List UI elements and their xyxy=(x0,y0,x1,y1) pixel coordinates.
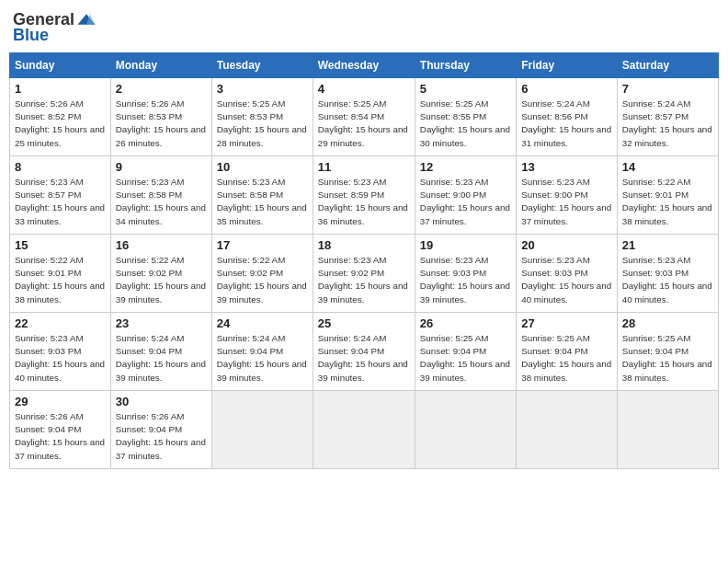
day-info: Sunrise: 5:26 AMSunset: 8:52 PMDaylight:… xyxy=(15,98,106,150)
day-info: Sunrise: 5:26 AMSunset: 8:53 PMDaylight:… xyxy=(116,98,207,150)
day-info: Sunrise: 5:23 AMSunset: 9:00 PMDaylight:… xyxy=(521,176,612,228)
day-cell: 13Sunrise: 5:23 AMSunset: 9:00 PMDayligh… xyxy=(517,156,618,235)
day-cell: 29Sunrise: 5:26 AMSunset: 9:04 PMDayligh… xyxy=(10,391,111,469)
day-number: 23 xyxy=(116,316,207,330)
day-info: Sunrise: 5:23 AMSunset: 9:03 PMDaylight:… xyxy=(521,254,612,306)
day-cell: 26Sunrise: 5:25 AMSunset: 9:04 PMDayligh… xyxy=(415,313,516,391)
day-info: Sunrise: 5:25 AMSunset: 9:04 PMDaylight:… xyxy=(420,332,511,385)
week-row-2: 8Sunrise: 5:23 AMSunset: 8:57 PMDaylight… xyxy=(10,156,719,235)
day-cell: 25Sunrise: 5:24 AMSunset: 9:04 PMDayligh… xyxy=(313,313,415,391)
day-cell: 30Sunrise: 5:26 AMSunset: 9:04 PMDayligh… xyxy=(110,391,211,469)
day-cell: 18Sunrise: 5:23 AMSunset: 9:02 PMDayligh… xyxy=(313,235,415,313)
day-number: 9 xyxy=(116,160,207,174)
day-info: Sunrise: 5:22 AMSunset: 9:02 PMDaylight:… xyxy=(116,254,207,306)
day-cell: 16Sunrise: 5:22 AMSunset: 9:02 PMDayligh… xyxy=(110,235,211,313)
day-number: 15 xyxy=(15,238,106,252)
day-number: 22 xyxy=(15,316,106,330)
day-cell: 6Sunrise: 5:24 AMSunset: 8:56 PMDaylight… xyxy=(517,78,618,156)
week-row-4: 22Sunrise: 5:23 AMSunset: 9:03 PMDayligh… xyxy=(10,313,719,391)
day-info: Sunrise: 5:23 AMSunset: 9:03 PMDaylight:… xyxy=(15,332,106,385)
day-cell: 22Sunrise: 5:23 AMSunset: 9:03 PMDayligh… xyxy=(10,313,111,391)
day-cell: 2Sunrise: 5:26 AMSunset: 8:53 PMDaylight… xyxy=(110,78,211,156)
day-number: 11 xyxy=(318,160,410,174)
day-number: 4 xyxy=(318,82,410,96)
day-cell xyxy=(313,391,415,469)
day-number: 7 xyxy=(622,82,713,96)
day-number: 24 xyxy=(217,316,308,330)
day-number: 21 xyxy=(622,238,713,252)
day-info: Sunrise: 5:25 AMSunset: 8:53 PMDaylight:… xyxy=(217,98,308,150)
col-header-wednesday: Wednesday xyxy=(313,53,415,78)
logo: General Blue xyxy=(13,9,97,45)
day-info: Sunrise: 5:24 AMSunset: 9:04 PMDaylight:… xyxy=(318,332,410,385)
day-cell: 4Sunrise: 5:25 AMSunset: 8:54 PMDaylight… xyxy=(313,78,415,156)
col-header-tuesday: Tuesday xyxy=(211,53,313,78)
day-cell: 10Sunrise: 5:23 AMSunset: 8:58 PMDayligh… xyxy=(211,156,313,235)
day-cell: 28Sunrise: 5:25 AMSunset: 9:04 PMDayligh… xyxy=(617,313,718,391)
day-cell: 24Sunrise: 5:24 AMSunset: 9:04 PMDayligh… xyxy=(211,313,313,391)
day-cell xyxy=(517,391,618,469)
day-number: 2 xyxy=(116,82,207,96)
logo-icon xyxy=(76,9,97,29)
day-info: Sunrise: 5:24 AMSunset: 9:04 PMDaylight:… xyxy=(116,332,207,385)
day-info: Sunrise: 5:22 AMSunset: 9:01 PMDaylight:… xyxy=(15,254,106,306)
calendar-table: SundayMondayTuesdayWednesdayThursdayFrid… xyxy=(9,52,719,469)
day-number: 13 xyxy=(521,160,612,174)
day-info: Sunrise: 5:24 AMSunset: 8:56 PMDaylight:… xyxy=(521,98,612,150)
day-info: Sunrise: 5:23 AMSunset: 9:03 PMDaylight:… xyxy=(420,254,511,306)
day-info: Sunrise: 5:25 AMSunset: 9:04 PMDaylight:… xyxy=(622,332,713,385)
day-cell: 27Sunrise: 5:25 AMSunset: 9:04 PMDayligh… xyxy=(517,313,618,391)
day-cell: 21Sunrise: 5:23 AMSunset: 9:03 PMDayligh… xyxy=(617,235,718,313)
day-number: 12 xyxy=(420,160,511,174)
week-row-3: 15Sunrise: 5:22 AMSunset: 9:01 PMDayligh… xyxy=(10,235,719,313)
day-cell xyxy=(211,391,313,469)
day-info: Sunrise: 5:26 AMSunset: 9:04 PMDaylight:… xyxy=(116,410,207,463)
day-number: 14 xyxy=(622,160,713,174)
day-info: Sunrise: 5:23 AMSunset: 9:02 PMDaylight:… xyxy=(318,254,410,306)
day-info: Sunrise: 5:25 AMSunset: 8:54 PMDaylight:… xyxy=(318,98,410,150)
day-info: Sunrise: 5:22 AMSunset: 9:01 PMDaylight:… xyxy=(622,176,713,228)
day-cell xyxy=(415,391,516,469)
day-info: Sunrise: 5:24 AMSunset: 8:57 PMDaylight:… xyxy=(622,98,713,150)
day-cell: 7Sunrise: 5:24 AMSunset: 8:57 PMDaylight… xyxy=(617,78,718,156)
day-number: 3 xyxy=(217,82,308,96)
day-cell: 15Sunrise: 5:22 AMSunset: 9:01 PMDayligh… xyxy=(10,235,111,313)
day-info: Sunrise: 5:25 AMSunset: 8:55 PMDaylight:… xyxy=(420,98,511,150)
col-header-sunday: Sunday xyxy=(10,53,111,78)
day-number: 8 xyxy=(15,160,106,174)
day-info: Sunrise: 5:23 AMSunset: 8:57 PMDaylight:… xyxy=(15,176,106,228)
day-info: Sunrise: 5:26 AMSunset: 9:04 PMDaylight:… xyxy=(15,410,106,463)
week-row-5: 29Sunrise: 5:26 AMSunset: 9:04 PMDayligh… xyxy=(10,391,719,469)
day-cell: 11Sunrise: 5:23 AMSunset: 8:59 PMDayligh… xyxy=(313,156,415,235)
day-number: 20 xyxy=(521,238,612,252)
day-number: 18 xyxy=(318,238,410,252)
day-info: Sunrise: 5:23 AMSunset: 8:58 PMDaylight:… xyxy=(116,176,207,228)
day-cell: 8Sunrise: 5:23 AMSunset: 8:57 PMDaylight… xyxy=(10,156,111,235)
page-header: General Blue xyxy=(9,9,719,45)
day-cell: 1Sunrise: 5:26 AMSunset: 8:52 PMDaylight… xyxy=(10,78,111,156)
col-header-friday: Friday xyxy=(517,53,618,78)
header-row: SundayMondayTuesdayWednesdayThursdayFrid… xyxy=(10,53,719,78)
day-cell: 9Sunrise: 5:23 AMSunset: 8:58 PMDaylight… xyxy=(110,156,211,235)
day-number: 1 xyxy=(15,82,106,96)
day-info: Sunrise: 5:25 AMSunset: 9:04 PMDaylight:… xyxy=(521,332,612,385)
day-info: Sunrise: 5:24 AMSunset: 9:04 PMDaylight:… xyxy=(217,332,308,385)
day-info: Sunrise: 5:23 AMSunset: 9:03 PMDaylight:… xyxy=(622,254,713,306)
day-number: 19 xyxy=(420,238,511,252)
day-number: 30 xyxy=(116,395,207,408)
day-info: Sunrise: 5:23 AMSunset: 9:00 PMDaylight:… xyxy=(420,176,511,228)
day-info: Sunrise: 5:22 AMSunset: 9:02 PMDaylight:… xyxy=(217,254,308,306)
day-number: 16 xyxy=(116,238,207,252)
day-number: 26 xyxy=(420,316,511,330)
logo-blue: Blue xyxy=(13,26,49,45)
day-number: 25 xyxy=(318,316,410,330)
day-number: 6 xyxy=(521,82,612,96)
day-cell xyxy=(617,391,718,469)
col-header-saturday: Saturday xyxy=(617,53,718,78)
day-cell: 17Sunrise: 5:22 AMSunset: 9:02 PMDayligh… xyxy=(211,235,313,313)
day-number: 29 xyxy=(15,395,106,408)
day-number: 28 xyxy=(622,316,713,330)
day-info: Sunrise: 5:23 AMSunset: 8:59 PMDaylight:… xyxy=(318,176,410,228)
col-header-monday: Monday xyxy=(110,53,211,78)
day-cell: 23Sunrise: 5:24 AMSunset: 9:04 PMDayligh… xyxy=(110,313,211,391)
